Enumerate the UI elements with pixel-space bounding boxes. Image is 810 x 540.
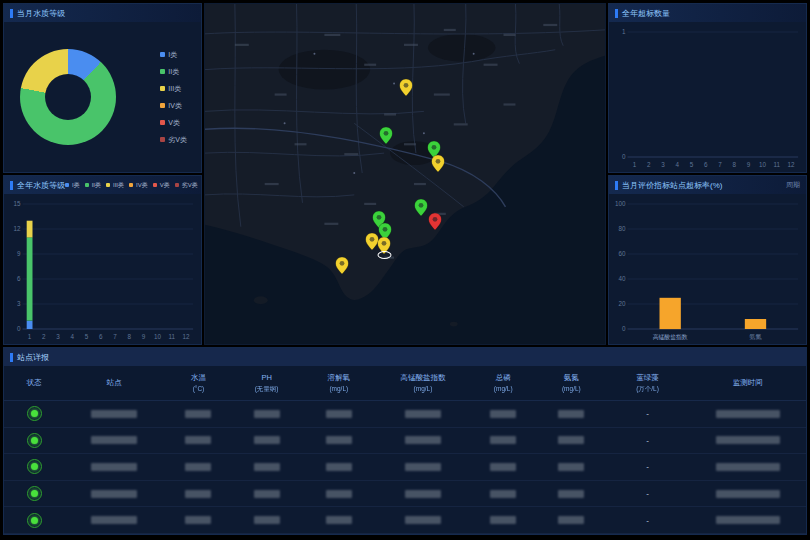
header-accent-bar bbox=[10, 353, 13, 362]
redacted-value bbox=[716, 436, 780, 444]
redacted-cell bbox=[469, 436, 537, 444]
table-row[interactable]: - bbox=[4, 401, 806, 428]
legend-item[interactable]: 劣V类 bbox=[160, 135, 187, 145]
redacted-value bbox=[326, 410, 352, 418]
redacted-value bbox=[185, 463, 211, 471]
blue-green-algae-cell: - bbox=[605, 436, 689, 445]
svg-text:7: 7 bbox=[718, 161, 722, 168]
redacted-cell bbox=[537, 490, 605, 498]
panel-header: 全年水质等级 I类II类III类IV类V类劣V类 bbox=[4, 176, 201, 194]
status-indicator bbox=[27, 513, 42, 528]
column-header: 高锰酸盐指数(mg/L) bbox=[377, 373, 469, 393]
panel-title: 全年水质等级 bbox=[17, 180, 65, 191]
water-quality-donut-chart bbox=[20, 49, 116, 145]
top-area: 当月水质等级 I类II类III类IV类V类劣V类 全年水质等级 I类II类III… bbox=[3, 3, 807, 345]
svg-text:1: 1 bbox=[622, 28, 626, 35]
map-pin-yellow[interactable] bbox=[336, 257, 349, 274]
panel-header: 当月评价指标站点超标率(%) 周期 bbox=[609, 176, 806, 194]
redacted-value bbox=[558, 516, 584, 524]
redacted-cell bbox=[164, 516, 232, 524]
redacted-cell bbox=[64, 436, 164, 444]
svg-text:6: 6 bbox=[704, 161, 708, 168]
column-header: 状态 bbox=[4, 378, 64, 389]
redacted-cell bbox=[377, 463, 469, 471]
legend-item[interactable]: V类 bbox=[153, 181, 170, 190]
redacted-value bbox=[91, 516, 137, 524]
map-pin-green[interactable] bbox=[415, 199, 428, 216]
year-quality-legend: I类II类III类IV类V类劣V类 bbox=[65, 181, 198, 190]
map-pin-yellow[interactable] bbox=[400, 79, 413, 96]
table-title-bar: 站点详报 bbox=[4, 348, 806, 366]
svg-text:高锰酸盐指数: 高锰酸盐指数 bbox=[653, 333, 688, 341]
map-pin-yellow[interactable] bbox=[378, 237, 391, 254]
redacted-value bbox=[326, 436, 352, 444]
period-label[interactable]: 周期 bbox=[786, 180, 800, 190]
status-cell bbox=[4, 406, 64, 421]
redacted-cell bbox=[690, 516, 806, 524]
legend-item[interactable]: I类 bbox=[65, 181, 80, 190]
map[interactable] bbox=[204, 3, 606, 345]
svg-text:40: 40 bbox=[619, 275, 626, 282]
svg-text:4: 4 bbox=[675, 161, 679, 168]
redacted-cell bbox=[377, 410, 469, 418]
legend-item[interactable]: II类 bbox=[85, 181, 101, 190]
svg-text:0: 0 bbox=[622, 325, 626, 332]
redacted-cell bbox=[301, 463, 377, 471]
redacted-value bbox=[490, 463, 516, 471]
redacted-cell bbox=[469, 463, 537, 471]
legend-item[interactable]: II类 bbox=[160, 67, 187, 77]
legend-item[interactable]: III类 bbox=[106, 181, 124, 190]
column-header: 站点 bbox=[64, 378, 164, 389]
redacted-cell bbox=[64, 516, 164, 524]
donut-hole bbox=[45, 74, 91, 120]
status-indicator bbox=[27, 486, 42, 501]
redacted-cell bbox=[64, 463, 164, 471]
blue-green-algae-cell: - bbox=[605, 409, 689, 418]
status-cell bbox=[4, 459, 64, 474]
legend-item[interactable]: V类 bbox=[160, 118, 187, 128]
table-row[interactable]: - bbox=[4, 507, 806, 534]
panel-header: 全年超标数量 bbox=[609, 4, 806, 22]
table-row[interactable]: - bbox=[4, 481, 806, 508]
panel-station-table: 站点详报 状态站点水温(°C)PH(无量纲)溶解氧(mg/L)高锰酸盐指数(mg… bbox=[3, 347, 807, 535]
status-indicator bbox=[27, 406, 42, 421]
redacted-value bbox=[91, 436, 137, 444]
svg-text:2: 2 bbox=[42, 333, 46, 340]
redacted-value bbox=[716, 516, 780, 524]
header-accent-bar bbox=[615, 9, 618, 18]
svg-text:9: 9 bbox=[142, 333, 146, 340]
redacted-value bbox=[716, 463, 780, 471]
table-row[interactable]: - bbox=[4, 428, 806, 455]
redacted-cell bbox=[690, 410, 806, 418]
redacted-value bbox=[405, 490, 441, 498]
table-header-row: 状态站点水温(°C)PH(无量纲)溶解氧(mg/L)高锰酸盐指数(mg/L)总磷… bbox=[4, 366, 806, 401]
map-pin-red[interactable] bbox=[429, 213, 442, 230]
redacted-value bbox=[716, 490, 780, 498]
map-pin-green[interactable] bbox=[380, 127, 393, 144]
legend-item[interactable]: IV类 bbox=[160, 101, 187, 111]
table-row[interactable]: - bbox=[4, 454, 806, 481]
column-header: 溶解氧(mg/L) bbox=[301, 373, 377, 393]
redacted-cell bbox=[537, 463, 605, 471]
legend-item[interactable]: III类 bbox=[160, 84, 187, 94]
left-column: 当月水质等级 I类II类III类IV类V类劣V类 全年水质等级 I类II类III… bbox=[3, 3, 202, 345]
svg-text:100: 100 bbox=[615, 200, 626, 207]
map-pin-yellow[interactable] bbox=[432, 155, 445, 172]
legend-item[interactable]: I类 bbox=[160, 50, 187, 60]
legend-item[interactable]: IV类 bbox=[129, 181, 148, 190]
panel-month-exceed-rate: 当月评价指标站点超标率(%) 周期 020406080100高锰酸盐指数氨氮 bbox=[608, 175, 807, 345]
redacted-cell bbox=[233, 463, 301, 471]
svg-text:8: 8 bbox=[127, 333, 131, 340]
year-exceed-chart: 01123456789101112 bbox=[609, 22, 806, 172]
donut-body: I类II类III类IV类V类劣V类 bbox=[4, 22, 201, 172]
svg-text:1: 1 bbox=[633, 161, 637, 168]
redacted-cell bbox=[690, 436, 806, 444]
svg-text:5: 5 bbox=[85, 333, 89, 340]
svg-text:12: 12 bbox=[183, 333, 190, 340]
legend-item[interactable]: 劣V类 bbox=[175, 181, 198, 190]
header-accent-bar bbox=[10, 9, 13, 18]
redacted-cell bbox=[164, 463, 232, 471]
svg-text:3: 3 bbox=[661, 161, 665, 168]
redacted-cell bbox=[301, 410, 377, 418]
header-accent-bar bbox=[10, 181, 13, 190]
